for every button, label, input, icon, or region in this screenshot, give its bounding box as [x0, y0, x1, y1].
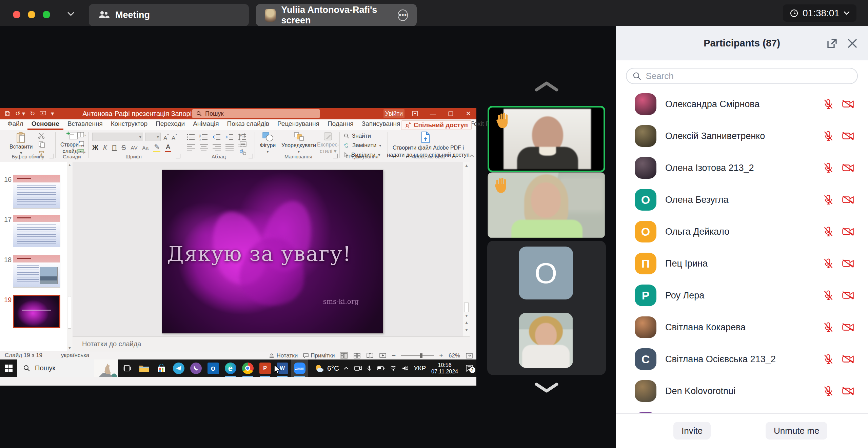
participant-row[interactable]: РРоу Лера	[616, 279, 868, 311]
chrome-button[interactable]	[239, 359, 256, 377]
chevron-down-icon[interactable]	[67, 12, 75, 16]
participant-photo-tile[interactable]	[519, 313, 573, 368]
redo-icon[interactable]: ↻	[30, 110, 35, 117]
invite-button[interactable]: Invite	[673, 422, 711, 440]
weather-widget[interactable]: 6°C	[314, 364, 339, 373]
participant-row[interactable]: ООльга Дейкало	[616, 216, 868, 248]
zoom-in-icon[interactable]: +	[439, 352, 443, 359]
slide-layout-icon[interactable]: ▾	[77, 132, 85, 138]
participant-row[interactable]: ППец Ірина	[616, 248, 868, 279]
fit-to-window-icon[interactable]	[466, 353, 473, 359]
taskbar-clock[interactable]: 10:56 07.11.2024	[431, 362, 458, 375]
clipboard-dialog-launcher-icon[interactable]	[50, 154, 54, 158]
reset-slide-icon[interactable]	[78, 140, 85, 147]
status-language[interactable]: українська	[61, 352, 90, 359]
find-button[interactable]: Знайти	[344, 133, 371, 139]
normal-view-icon[interactable]	[340, 353, 348, 359]
telegram-button[interactable]	[170, 359, 187, 377]
drawing-dialog-launcher-icon[interactable]	[333, 154, 338, 158]
text-direction-icon[interactable]: А	[239, 133, 247, 139]
adobe-pdf-icon[interactable]	[420, 131, 431, 143]
file-explorer-button[interactable]	[135, 359, 153, 377]
ppt-search-box[interactable]: Пошук	[192, 109, 320, 118]
align-left-icon[interactable]	[186, 143, 195, 151]
participant-row[interactable]: Den Kolovorotnui	[616, 375, 868, 407]
comments-toggle[interactable]: Примітки	[303, 352, 335, 359]
numbered-list-icon[interactable]: 123	[199, 133, 208, 141]
scrollbar-thumb[interactable]	[68, 296, 71, 329]
window-close-button[interactable]	[13, 11, 20, 18]
slide-thumbnail-16[interactable]	[13, 175, 60, 209]
ribbon-tab-рецензування[interactable]: Рецензування	[273, 119, 323, 130]
font-name-combo[interactable]: ▾	[92, 133, 143, 141]
start-slideshow-icon[interactable]	[40, 111, 46, 116]
microphone-icon[interactable]	[367, 365, 372, 371]
align-center-icon[interactable]	[199, 143, 208, 151]
ribbon-display-options-icon[interactable]	[407, 108, 423, 119]
minimize-icon[interactable]: —	[425, 108, 441, 119]
ribbon-tab-вставлення[interactable]: Вставлення	[63, 119, 107, 130]
battery-icon[interactable]	[377, 366, 384, 371]
next-slide-icon[interactable]: ▼	[463, 328, 470, 332]
notification-center-button[interactable]: 2	[466, 365, 473, 372]
video-tile-participant[interactable]	[488, 172, 605, 238]
participant-row[interactable]	[616, 407, 868, 413]
ribbon-tab-записування[interactable]: Записування	[358, 119, 405, 130]
participant-row[interactable]: Олена Ізотова 213_2	[616, 152, 868, 184]
ribbon-tab-основне[interactable]: Основне	[27, 119, 63, 130]
window-zoom-button[interactable]	[43, 11, 50, 18]
shapes-button[interactable]: Фігури ▾	[260, 132, 276, 155]
save-icon[interactable]	[5, 111, 11, 117]
copy-icon[interactable]	[38, 141, 45, 148]
ribbon-tab-подання[interactable]: Подання	[323, 119, 358, 130]
ribbon-tab-показ-слайдів[interactable]: Показ слайдів	[223, 119, 273, 130]
change-case-button[interactable]: Аа	[142, 145, 149, 151]
undo-icon[interactable]: ↺ ▾	[15, 110, 25, 117]
participant-row[interactable]: Олексій Запниветренко	[616, 120, 868, 152]
zoom-slider[interactable]	[401, 355, 434, 356]
unmute-me-button[interactable]: Unmute me	[766, 422, 827, 440]
wifi-icon[interactable]	[390, 366, 397, 371]
qat-customize-icon[interactable]: ▾	[51, 110, 54, 117]
video-strip-scroll-up-icon[interactable]	[533, 80, 560, 93]
font-size-combo[interactable]: ▾	[145, 133, 161, 141]
window-minimize-button[interactable]	[28, 11, 35, 18]
decrease-indent-icon[interactable]	[212, 133, 221, 141]
edge-button[interactable]: e	[222, 359, 239, 377]
participants-search[interactable]	[626, 68, 858, 84]
font-dialog-launcher-icon[interactable]	[176, 154, 180, 158]
slide-sorter-view-icon[interactable]	[353, 353, 361, 359]
scroll-up-icon[interactable]: ▲	[463, 163, 470, 168]
replace-button[interactable]: bc Замінити▾	[344, 142, 381, 149]
arrange-button[interactable]: Упорядкувати ▾	[281, 132, 316, 155]
ribbon-tab-файл[interactable]: Файл	[3, 119, 27, 130]
scrollbar-thumb[interactable]	[464, 303, 469, 312]
kerning-button[interactable]: АV	[131, 145, 138, 151]
zoom-app-button[interactable]: zoom	[291, 359, 308, 377]
close-icon[interactable]: ✕	[460, 108, 476, 119]
paste-button[interactable]: Вставити ▾	[9, 132, 33, 156]
taskbar-search-box[interactable]: Пошук	[17, 359, 118, 377]
collapse-ribbon-icon[interactable]	[469, 154, 474, 158]
volume-icon[interactable]	[402, 366, 408, 371]
bold-button[interactable]: Ж	[92, 144, 98, 152]
search-input[interactable]	[646, 71, 851, 81]
participant-row[interactable]: Світлана Кокарева	[616, 311, 868, 343]
scroll-down-icon[interactable]: ▼	[68, 346, 72, 350]
notes-toggle[interactable]: Нотатки	[269, 352, 298, 359]
camera-icon[interactable]	[354, 366, 362, 371]
previous-slide-icon[interactable]: ▲	[463, 320, 470, 325]
reading-view-icon[interactable]	[366, 353, 374, 359]
powerpoint-button[interactable]: P	[256, 359, 274, 377]
share-button[interactable]: Спільний доступ	[401, 120, 472, 130]
outlook-button[interactable]: o	[204, 359, 222, 377]
scroll-down-icon[interactable]: ▼	[463, 313, 470, 318]
close-icon[interactable]	[847, 38, 858, 49]
participant-row[interactable]: ССвітлана Осієвська 213_2	[616, 343, 868, 375]
viber-button[interactable]	[187, 359, 204, 377]
video-strip-scroll-down-icon[interactable]	[533, 382, 560, 394]
task-view-button[interactable]	[118, 359, 135, 377]
ribbon-tab-конструктор[interactable]: Конструктор	[107, 119, 152, 130]
tab-options-icon[interactable]: •••	[398, 9, 408, 21]
microsoft-store-button[interactable]	[153, 359, 170, 377]
